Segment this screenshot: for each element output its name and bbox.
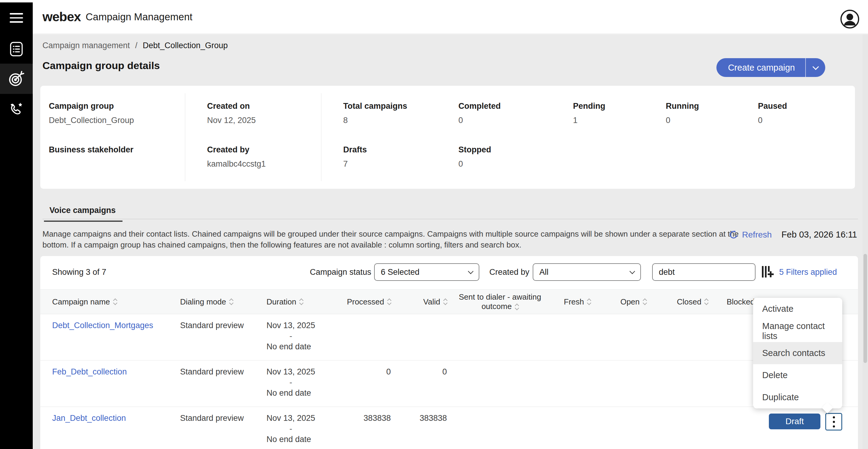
column-header-campaign-name[interactable]: Campaign name (52, 290, 180, 314)
row-kebab-menu-button[interactable] (825, 413, 842, 430)
field-value: 1 (573, 116, 578, 125)
breadcrumb-current: Debt_Collection_Group (143, 41, 228, 50)
chevron-down-icon (812, 63, 818, 70)
field-label: Completed (458, 101, 501, 111)
hamburger-menu-button[interactable] (0, 8, 33, 28)
app-title: Campaign Management (86, 11, 192, 23)
blocked-cell (720, 407, 768, 449)
column-header-sent-to-dialer[interactable]: Sent to dialer - awaiting outcome (447, 290, 553, 314)
sidebar-item-outbound-call[interactable] (0, 97, 33, 121)
dialing-mode-cell: Standard preview (180, 407, 267, 449)
campaign-status-value: 6 Selected (381, 267, 420, 277)
table-description: Manage campaigns and their contact lists… (42, 228, 739, 250)
hamburger-menu-icon (10, 10, 23, 26)
filters-applied-link[interactable]: 5 Filters applied (779, 267, 837, 277)
webex-logo: webex (42, 9, 81, 24)
refresh-icon (729, 230, 739, 239)
sidebar-item-campaign-list[interactable] (0, 36, 33, 62)
created-by-select[interactable]: All (533, 263, 641, 281)
field-value: kamalbc4ccstg1 (207, 159, 266, 169)
menu-item-duplicate[interactable]: Duplicate (753, 386, 842, 408)
refresh-label: Refresh (742, 230, 772, 239)
breadcrumb-campaign-management-link[interactable]: Campaign management (42, 41, 130, 50)
page-scrollbar-thumb[interactable] (864, 254, 867, 363)
divider (321, 93, 321, 181)
sort-icon[interactable] (705, 299, 708, 304)
column-header-dialing-mode[interactable]: Dialing mode (180, 290, 267, 314)
status-badge-draft[interactable]: Draft (769, 414, 820, 429)
user-avatar[interactable] (840, 9, 860, 29)
column-header-closed[interactable]: Closed (665, 290, 720, 314)
refresh-button[interactable]: Refresh (729, 230, 772, 239)
create-campaign-dropdown-button[interactable] (806, 58, 825, 77)
chevron-down-icon (629, 268, 635, 274)
campaign-group-summary-card: Campaign group Debt_Collection_Group Bus… (40, 86, 855, 189)
processed-cell (336, 314, 391, 360)
sort-icon[interactable] (230, 299, 233, 304)
campaign-status-select[interactable]: 6 Selected (374, 263, 479, 281)
field-value: 8 (343, 116, 348, 125)
columns-filter-icon (761, 264, 774, 279)
page-scrollbar-track (863, 34, 868, 449)
campaign-link[interactable]: Debt_Collection_Mortgages (52, 321, 153, 330)
menu-item-search-contacts[interactable]: Search contacts (753, 342, 842, 364)
created-by-value: All (539, 267, 549, 277)
sort-icon[interactable] (114, 299, 117, 304)
fresh-cell (553, 407, 601, 449)
menu-item-delete[interactable]: Delete (753, 364, 842, 386)
column-header-open[interactable]: Open (601, 290, 665, 314)
field-label: Stopped (458, 145, 491, 155)
field-value: 0 (666, 116, 670, 125)
duration-cell: Nov 13, 2025-No end date (267, 320, 315, 352)
breadcrumb: Campaign management / Debt_Collection_Gr… (42, 41, 228, 50)
open-cell (601, 360, 665, 407)
valid-cell (391, 314, 447, 360)
page-title: Campaign group details (42, 60, 160, 71)
field-value: 0 (458, 116, 463, 125)
search-input[interactable] (652, 263, 755, 281)
campaign-status-label: Campaign status (310, 267, 371, 277)
create-campaign-split-button: Create campaign (716, 58, 825, 77)
column-header-duration[interactable]: Duration (267, 290, 336, 314)
sidebar-item-campaigns-selected[interactable] (0, 64, 33, 94)
field-label: Business stakeholder (49, 145, 133, 155)
processed-cell: 383838 (336, 407, 391, 449)
sent-to-dialer-cell (447, 314, 553, 360)
actions-cell: Draft (768, 407, 858, 449)
campaign-target-icon (8, 70, 25, 87)
create-campaign-button[interactable]: Create campaign (716, 58, 805, 77)
sort-icon[interactable] (643, 299, 646, 304)
chevron-down-icon (468, 268, 473, 274)
closed-cell (665, 407, 720, 449)
description-line: Manage campaigns and their contact lists… (42, 228, 739, 239)
table-header-row: Campaign name Dialing mode Duration Proc… (40, 289, 858, 314)
column-header-valid[interactable]: Valid (391, 290, 447, 314)
sort-icon[interactable] (388, 299, 391, 304)
divider (185, 93, 185, 181)
top-bar: webex Campaign Management (33, 0, 868, 34)
sort-icon[interactable] (444, 299, 447, 304)
row-context-menu: Activate Manage contact lists Search con… (753, 298, 842, 408)
campaign-link[interactable]: Jan_Debt_collection (52, 414, 126, 423)
field-value: 7 (343, 159, 348, 169)
columns-filter-button[interactable] (761, 264, 774, 280)
column-header-processed[interactable]: Processed (336, 290, 391, 314)
field-value: Nov 12, 2025 (207, 116, 256, 125)
description-line: bottom. If a campaign group has chained … (42, 239, 739, 250)
showing-count: Showing 3 of 7 (52, 267, 106, 277)
menu-item-activate[interactable]: Activate (753, 298, 842, 320)
field-label: Paused (758, 101, 787, 111)
campaign-link[interactable]: Feb_Debt_collection (52, 367, 127, 376)
sort-icon[interactable] (516, 304, 519, 310)
campaigns-table-card: Showing 3 of 7 Campaign status 6 Selecte… (40, 256, 858, 449)
field-label: Drafts (343, 145, 367, 155)
field-label: Pending (573, 101, 606, 111)
field-label: Created by (207, 145, 249, 155)
column-header-fresh[interactable]: Fresh (553, 290, 601, 314)
last-refreshed-timestamp: Feb 03, 2026 16:11 (782, 230, 857, 239)
tab-voice-campaigns[interactable]: Voice campaigns (44, 206, 123, 222)
sort-icon[interactable] (300, 299, 303, 304)
dialing-mode-cell: Standard preview (180, 314, 267, 360)
menu-item-manage-contact-lists[interactable]: Manage contact lists (753, 320, 842, 342)
sort-icon[interactable] (588, 299, 591, 304)
